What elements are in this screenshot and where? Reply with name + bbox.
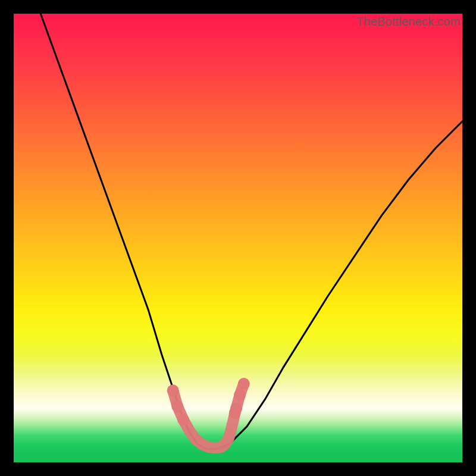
svg-point-0	[167, 384, 179, 396]
svg-point-6	[238, 378, 250, 390]
bottleneck-curve	[40, 14, 462, 449]
svg-point-4	[230, 403, 242, 415]
svg-point-5	[234, 389, 246, 401]
plot-area	[14, 14, 462, 462]
watermark-text: TheBottleneck.com	[356, 15, 461, 29]
optimal-range-marker	[167, 378, 250, 448]
svg-point-2	[177, 414, 189, 425]
plot-svg	[14, 14, 462, 462]
chart-frame: TheBottleneck.com	[0, 0, 476, 476]
svg-point-1	[171, 400, 183, 412]
